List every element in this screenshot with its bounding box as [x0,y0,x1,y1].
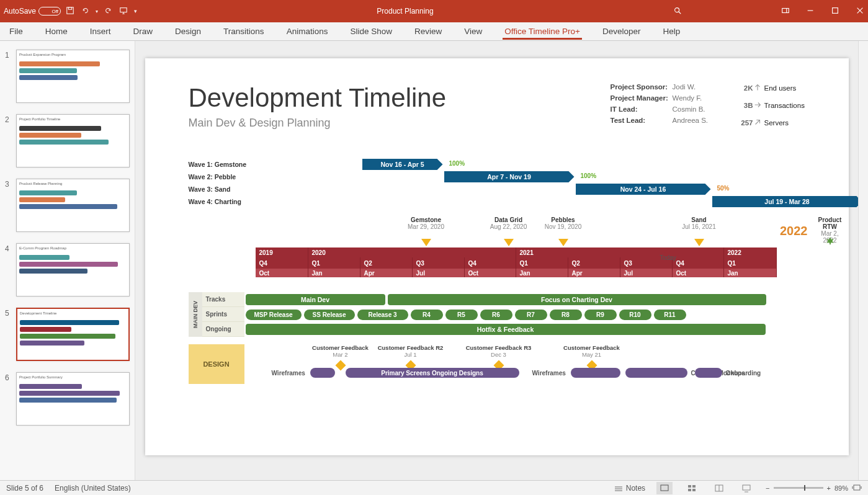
autosave-label: AutoSave [4,7,36,16]
svg-rect-1 [68,7,71,9]
tab-home[interactable]: Home [43,24,69,39]
undo-dropdown-icon[interactable]: ▾ [96,9,98,14]
autosave-switch[interactable]: Off [38,7,61,16]
tab-review[interactable]: Review [413,24,444,39]
ribbon-display-icon[interactable] [781,6,790,17]
tab-file[interactable]: File [7,24,25,39]
autosave-toggle[interactable]: AutoSave Off [4,7,61,16]
tab-office-timeline-pro-[interactable]: Office Timeline Pro+ [503,24,582,40]
tab-slide-show[interactable]: Slide Show [348,24,394,39]
window-title: Product Planning [137,7,673,16]
minimize-icon[interactable] [806,6,815,17]
tab-developer[interactable]: Developer [601,24,643,39]
redo-icon[interactable] [104,6,113,17]
tab-transitions[interactable]: Transitions [221,24,266,39]
save-icon[interactable] [66,6,74,17]
undo-icon[interactable] [81,6,89,17]
tab-animations[interactable]: Animations [285,24,330,39]
svg-point-3 [675,7,679,12]
tab-design[interactable]: Design [173,24,203,39]
ribbon-tabs: FileHomeInsertDrawDesignTransitionsAnima… [0,22,868,41]
close-icon[interactable] [856,6,864,17]
svg-rect-2 [120,7,127,12]
search-icon[interactable] [673,6,682,17]
qat-more-icon[interactable]: ▾ [134,8,137,14]
present-icon[interactable] [119,6,128,17]
quick-access-toolbar: ▾ ▾ [66,6,137,17]
tab-help[interactable]: Help [661,24,682,39]
tab-view[interactable]: View [462,24,484,39]
svg-rect-0 [67,7,74,14]
svg-rect-5 [833,7,838,13]
svg-rect-4 [782,8,789,12]
maximize-icon[interactable] [831,6,839,17]
tab-insert[interactable]: Insert [88,24,113,39]
title-bar: AutoSave Off ▾ ▾ Product Planning [0,0,868,22]
tab-draw[interactable]: Draw [132,24,155,39]
